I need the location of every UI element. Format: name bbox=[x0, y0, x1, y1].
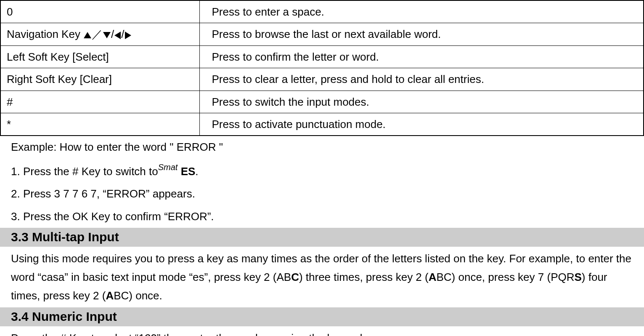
table-row: Left Soft Key [Select] Press to confirm … bbox=[0, 45, 644, 68]
key-cell: Left Soft Key [Select] bbox=[0, 45, 200, 68]
desc-cell: Press to activate punctuation mode. bbox=[200, 113, 644, 136]
key-cell: * bbox=[0, 113, 200, 136]
smat-icon: Smat bbox=[158, 163, 178, 172]
s33-i: BC) once. bbox=[114, 289, 162, 302]
s33-c: ) three times, press key 2 ( bbox=[299, 271, 429, 283]
s33-d: A bbox=[429, 271, 437, 283]
s33-f: S bbox=[574, 271, 581, 283]
desc-cell: Press to browse the last or next availab… bbox=[200, 23, 644, 45]
s33-h: A bbox=[106, 289, 114, 302]
desc-cell: Press to switch the input modes. bbox=[200, 91, 644, 113]
step1-es: ES bbox=[178, 165, 195, 178]
s33-e: BC) once, press key 7 (PQR bbox=[436, 271, 574, 283]
table-row: * Press to activate punctuation mode. bbox=[0, 113, 644, 136]
section-3-3-heading: 3.3 Multi-tap Input bbox=[0, 228, 644, 247]
key-function-table: 0 Press to enter a space. Navigation Key… bbox=[0, 0, 644, 136]
step1-period: . bbox=[195, 165, 198, 178]
key-cell: Navigation Key ／// bbox=[0, 23, 200, 45]
key-cell: # bbox=[0, 91, 200, 113]
left-arrow-icon bbox=[114, 32, 121, 39]
desc-cell: Press to enter a space. bbox=[200, 0, 644, 23]
right-arrow-icon bbox=[125, 32, 131, 39]
example-step-2: 2. Press 3 7 7 6 7, “ERROR” appears. bbox=[0, 183, 644, 205]
key-cell: 0 bbox=[0, 0, 200, 23]
desc-cell: Press to clear a letter, press and hold … bbox=[200, 68, 644, 91]
key-cell: Right Soft Key [Clear] bbox=[0, 68, 200, 91]
section-3-3-body: Using this mode requires you to press a … bbox=[0, 247, 644, 308]
down-arrow-icon bbox=[103, 32, 111, 38]
nav-key-label: Navigation Key bbox=[7, 28, 83, 40]
desc-cell: Press to confirm the letter or word. bbox=[200, 45, 644, 68]
s33-b: C bbox=[291, 271, 299, 283]
example-intro: Example: How to enter the word " ERROR " bbox=[0, 136, 644, 159]
example-step-1: 1. Press the # Key to switch toSmat ES. bbox=[0, 159, 644, 183]
example-step-3: 3. Press the OK Key to confirm “ERROR”. bbox=[0, 205, 644, 228]
step1-text-a: 1. Press the # Key to switch to bbox=[11, 165, 158, 178]
table-row: Right Soft Key [Clear] Press to clear a … bbox=[0, 68, 644, 91]
up-arrow-icon bbox=[84, 32, 91, 38]
section-3-4-heading: 3.4 Numeric Input bbox=[0, 307, 644, 326]
table-row: Navigation Key ／// Press to browse the l… bbox=[0, 23, 644, 45]
table-row: 0 Press to enter a space. bbox=[0, 0, 644, 23]
arrow-icons: ／// bbox=[83, 28, 131, 40]
table-row: # Press to switch the input modes. bbox=[0, 91, 644, 113]
section-3-4-body: Press the # Key to select “123” then ent… bbox=[0, 326, 644, 336]
